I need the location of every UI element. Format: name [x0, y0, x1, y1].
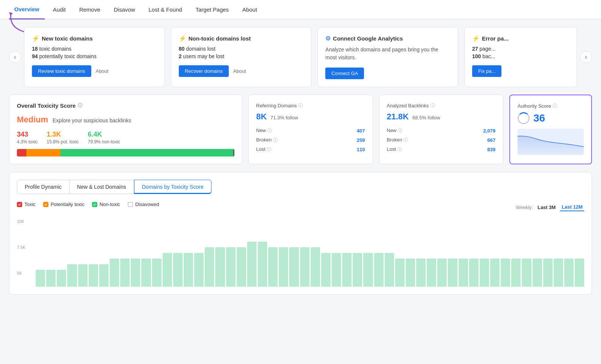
toxicity-stats-row: 343 4.3% toxic 1.3K 15.8% pot. toxic 6.4…	[17, 131, 234, 144]
chart-bar-group	[511, 230, 521, 287]
backlink-lost-info-icon[interactable]: ⓘ	[397, 147, 402, 152]
nav-lost-found[interactable]: Lost & Found	[143, 0, 187, 19]
chevron-right-icon: ›	[585, 54, 587, 60]
bar-segment	[152, 259, 162, 287]
nav-remove[interactable]: Remove	[74, 0, 106, 19]
ref-lost-label: Lost ⓘ	[256, 146, 271, 153]
bar-segment	[120, 259, 130, 287]
ref-domains-info-icon[interactable]: ⓘ	[298, 102, 303, 109]
main-content: ‹ ⚡ New toxic domains 18 toxic domains 9…	[0, 20, 601, 302]
toxicity-description: Explore your suspicious backlinks	[53, 117, 131, 123]
ref-new-info-icon[interactable]: ⓘ	[267, 128, 272, 133]
toxicity-info-icon[interactable]: ⓘ	[78, 102, 82, 109]
backlink-broken-info-icon[interactable]: ⓘ	[403, 137, 408, 143]
legend-box-pot-toxic	[43, 202, 48, 207]
backlink-broken-value: 667	[487, 137, 495, 143]
referring-domains-title: Referring Domains ⓘ	[256, 102, 365, 109]
chart-bar-group	[385, 230, 394, 287]
bar-segment	[575, 259, 584, 287]
chart-bar-group	[247, 230, 257, 287]
legend-pot-toxic-label: Potentially toxic	[51, 202, 85, 207]
metrics-row: Overall Toxicity Score ⓘ Medium Explore …	[9, 95, 592, 164]
bar-segment	[247, 242, 257, 287]
chart-bar-group	[448, 230, 457, 287]
last-12m-button[interactable]: Last 12M	[560, 203, 584, 211]
authority-score-value: 36	[533, 112, 545, 124]
backlinks-info-icon[interactable]: ⓘ	[430, 102, 435, 109]
chart-bar-group	[141, 230, 151, 287]
chart-bar-group	[533, 230, 542, 287]
bar-segment	[332, 253, 341, 287]
bar-segment	[543, 259, 553, 287]
bar-orange	[26, 149, 60, 156]
bar-segment	[57, 270, 66, 287]
bar-segment	[268, 247, 278, 287]
last-3m-button[interactable]: Last 3M	[536, 204, 557, 211]
backlink-lost-label: Lost ⓘ	[387, 146, 402, 153]
bar-segment	[522, 259, 531, 287]
legend-pot-toxic: Potentially toxic	[43, 202, 85, 207]
legend-toxic-label: Toxic	[24, 202, 36, 207]
prev-card-button[interactable]: ‹	[9, 51, 21, 63]
bar-segment	[46, 270, 56, 287]
bar-segment	[490, 259, 500, 287]
bar-segment	[184, 253, 193, 287]
chart-bar-group	[120, 230, 130, 287]
review-toxic-button[interactable]: Review toxic domains	[32, 65, 91, 77]
error-stat-2: 100 bac...	[472, 53, 569, 59]
chart-bar-group	[554, 230, 563, 287]
nontoxic-about-link[interactable]: About	[233, 68, 246, 74]
ref-lost-row: Lost ⓘ 110	[256, 145, 365, 154]
nav-overview[interactable]: Overview	[9, 0, 45, 20]
chart-y-labels: 10K 7.5K 5K	[17, 219, 26, 275]
ref-broken-info-icon[interactable]: ⓘ	[273, 137, 278, 143]
bar-segment	[321, 253, 331, 287]
connect-ga-button[interactable]: Connect GA	[325, 68, 364, 79]
bar-segment	[226, 247, 236, 287]
bar-cursor	[233, 149, 234, 156]
chart-bar-group	[480, 230, 489, 287]
bolt-icon-3: ⚡	[472, 35, 480, 42]
toxicity-card: Overall Toxicity Score ⓘ Medium Explore …	[9, 95, 242, 164]
bar-segment	[237, 247, 246, 287]
tab-domains-toxicity[interactable]: Domains by Toxicity Score	[134, 180, 211, 194]
tabs-section: Profile Dynamic New & Lost Domains Domai…	[9, 172, 592, 295]
ref-new-value: 407	[357, 128, 365, 134]
authority-info-icon[interactable]: ⓘ	[553, 103, 557, 109]
chart-bar-group	[543, 230, 553, 287]
bar-segment	[99, 264, 109, 287]
toxic-about-link[interactable]: About	[96, 68, 109, 74]
gear-icon: ⚙	[325, 35, 331, 42]
legend-nontoxic: Non-toxic	[92, 202, 120, 207]
referring-domains-follow: 71.3% follow	[270, 115, 298, 120]
tab-profile-dynamic[interactable]: Profile Dynamic	[17, 180, 69, 194]
chart-bar-group	[342, 230, 352, 287]
fix-pages-button[interactable]: Fix pa...	[472, 65, 501, 77]
analyzed-backlinks-title: Analyzed Backlinks ⓘ	[387, 102, 496, 109]
nav-about[interactable]: About	[237, 0, 262, 19]
next-card-button[interactable]: ›	[580, 51, 592, 63]
chart-bar-group	[194, 230, 204, 287]
bar-segment	[480, 259, 489, 287]
backlink-new-value: 2,079	[483, 128, 495, 134]
y-label-10k: 10K	[17, 219, 26, 224]
chart-bar-group	[522, 230, 531, 287]
nontoxic-actions: Recover domains About	[179, 65, 304, 77]
tab-new-lost-domains[interactable]: New & Lost Domains	[69, 180, 134, 194]
chart-bar-group	[268, 230, 278, 287]
error-actions: Fix pa...	[472, 65, 569, 77]
card-toxic-title: ⚡ New toxic domains	[32, 35, 157, 42]
nav-target-pages[interactable]: Target Pages	[190, 0, 234, 19]
bolt-icon-2: ⚡	[179, 35, 186, 42]
bar-segment	[163, 253, 172, 287]
chart-bar-group	[279, 230, 288, 287]
ga-actions: Connect GA	[325, 68, 450, 79]
nav-disavow[interactable]: Disavow	[109, 0, 140, 19]
ref-lost-info-icon[interactable]: ⓘ	[267, 147, 271, 152]
backlink-new-info-icon[interactable]: ⓘ	[398, 128, 402, 133]
analyzed-backlinks-value: 21.8K	[387, 112, 409, 121]
nav-audit[interactable]: Audit	[48, 0, 71, 19]
recover-domains-button[interactable]: Recover domains	[179, 65, 229, 77]
bar-segment	[78, 264, 88, 287]
error-stat-1: 27 page...	[472, 46, 569, 52]
